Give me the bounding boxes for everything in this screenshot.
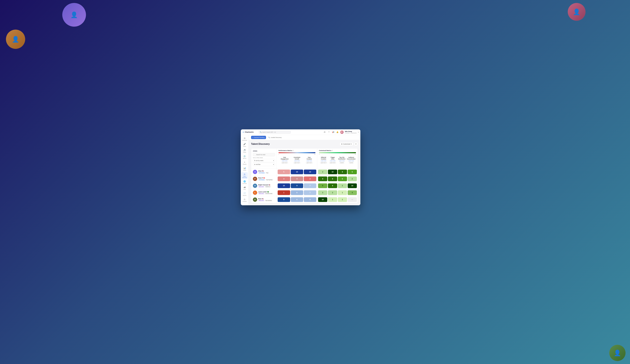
metric-col-editorial-curation: EditorialCuration Learn more Last 3 mo ▾	[319, 156, 328, 165]
audience-concentration-learn[interactable]: Learn more	[347, 160, 356, 161]
megaphone-icon[interactable]: 📢	[332, 131, 334, 134]
performance-metrics-title: Performance Metrics ℹ	[278, 150, 316, 151]
sidebar-item-artists[interactable]: 🎤 Artists	[242, 142, 248, 148]
editorial-curation-learn[interactable]: Learn more	[320, 160, 328, 161]
tracks-icon: 🎵	[244, 149, 246, 152]
page-title: Talent Discovery	[251, 143, 270, 145]
sidebar-item-compare[interactable]: ⚖ Compare	[242, 197, 248, 203]
performance-metrics-header: Performance Metrics ℹ 1 10	[277, 148, 317, 168]
trigger-cities-period[interactable]: Last 3 mo ▾	[329, 162, 336, 164]
contextual-score-badge: 1	[328, 197, 337, 202]
contextual-metric-columns: EditorialCuration Learn more Last 3 mo ▾…	[319, 156, 356, 165]
performance-score-badge: 5	[278, 170, 290, 174]
topbar: ≋ Chartmetric 🔍 Quick Search (⌘ + K) AI …	[241, 129, 360, 135]
sidebar: ⊞ Dashboard 🎤 Artists 🎵 Tracks 💿 Albums …	[241, 135, 248, 205]
bell-icon[interactable]: 🔔	[336, 131, 339, 134]
contextual-scores-cell: 2214	[317, 189, 358, 196]
contextual-score-badge: 1	[338, 190, 347, 195]
performance-score-badge: 6	[291, 190, 303, 195]
artist-info: Laura Lavieri 🇧🇷 Mid-LevelBrazilian Indi…	[258, 191, 273, 194]
user-subtitle: Premium • Chartmetric	[345, 132, 357, 134]
user-engagement-learn[interactable]: Learn more	[279, 160, 290, 161]
contextual-bar-labels: 1 10	[319, 154, 356, 155]
contextual-info-icon[interactable]: ℹ	[332, 150, 333, 151]
countries-icon: 🌐	[244, 180, 246, 182]
stacked-ranking-icon: ≡	[252, 137, 253, 138]
customize-button[interactable]: ⊞ Customized ▾	[340, 142, 354, 146]
artist-search-input[interactable]	[253, 153, 275, 156]
cities-icon: 🏙	[244, 186, 246, 188]
contextual-score-badge: 2	[328, 190, 337, 195]
tab-guided-discovery[interactable]: 🔍 Guided Discovery	[267, 136, 283, 139]
artist-tag: Hip-Hop/Rap	[265, 200, 272, 201]
global-search[interactable]: 🔍 Quick Search (⌘ + K)	[259, 130, 291, 134]
add-filter-button[interactable]: ⊕ Add filter ▾	[253, 163, 275, 166]
audience-concentration-period: Current	[349, 162, 354, 164]
sort-by-metric-button[interactable]: ⇅ Sort by metric ▾	[253, 159, 275, 162]
artist-info: Peso P 🇨🇦 DevelopingHip-Hop/Rap	[258, 177, 273, 181]
performance-score-badge: 7	[304, 183, 316, 188]
contextual-bar	[319, 152, 356, 153]
export-button[interactable]: ⬇	[354, 142, 358, 146]
user-curation-label: UserCuration	[304, 157, 315, 160]
customize-chevron-icon: ▾	[351, 143, 352, 145]
artist-tags: Mid-LevelR&B/Soul	[258, 186, 271, 187]
artist-avatar: L	[253, 190, 257, 195]
contextual-score-badge: 5	[318, 183, 327, 188]
sidebar-item-talent-discovery[interactable]: ◎ Talent Discovery	[242, 172, 248, 179]
artist-name: Ralph Tresvant 🇺🇸	[258, 184, 271, 186]
ai-icon[interactable]: AI	[323, 131, 326, 134]
dashboard-icon: ⊞	[244, 137, 246, 139]
user-engagement-period[interactable]: Last 3 mo ▾	[281, 162, 288, 164]
performance-score-badge: 6	[304, 197, 316, 202]
artist-cell: R Rezo 🇺🇸 Mid-LevelHip-Hop/Rap	[251, 196, 277, 203]
artist-avatar: R	[253, 183, 257, 188]
sidebar-item-albums[interactable]: 💿 Albums	[242, 154, 248, 160]
sidebar-item-countries[interactable]: 🌐 Countries	[242, 179, 248, 185]
artist-search-wrap: 🔍	[253, 153, 275, 156]
help-icon[interactable]: ?	[328, 131, 330, 134]
trigger-cities-learn[interactable]: Learn more	[328, 160, 337, 161]
tab-guided-label: Guided Discovery	[271, 137, 282, 138]
user-name: Mike Zhang	[345, 131, 357, 132]
audience-concentration-label: AudienceConcentration	[347, 157, 356, 160]
contextual-score-badge: 6	[348, 170, 357, 174]
contextual-scores-cell: 58210	[317, 182, 358, 189]
user-info: Mike Zhang Premium • Chartmetric	[345, 131, 357, 134]
artist-flag: 🇺🇸	[262, 170, 264, 172]
table-header: Artists 🔍 Sort or Filter Artists ⇅ S	[251, 148, 358, 168]
top-city-distribution-learn[interactable]: Learn more	[338, 160, 346, 161]
editorial-curation-period[interactable]: Last 3 mo ▾	[320, 162, 327, 164]
artist-tag: Mid-Level	[258, 193, 264, 194]
performance-scores-cell: 342	[277, 176, 317, 182]
guided-discovery-icon: 🔍	[268, 137, 270, 138]
performance-score-badge: 2	[304, 177, 316, 181]
performance-score-badge: 10	[304, 170, 316, 174]
consistent-growth-period[interactable]: Last 3 mo ▾	[294, 162, 300, 164]
contextual-score-badge: 8	[328, 183, 337, 188]
artist-tag: Brazilian Indie	[265, 193, 273, 194]
artists-icon: 🎤	[244, 143, 246, 145]
sidebar-item-tracks[interactable]: 🎵 Tracks	[242, 148, 248, 154]
editorial-curation-label: EditorialCuration	[320, 157, 328, 160]
top-city-distribution-label: Top CityDistribution	[338, 157, 346, 160]
page-content: Talent Discovery ⊞ Customized ▾ ⬇	[248, 140, 360, 205]
tab-stacked-ranking[interactable]: ≡ Stacked Ranking	[251, 136, 266, 139]
performance-info-icon[interactable]: ℹ	[293, 150, 294, 151]
sidebar-item-reports[interactable]: 📄 Reports	[242, 191, 248, 197]
sidebar-item-charts[interactable]: 📊 Charts	[242, 166, 248, 172]
contextual-score-badge: 2	[318, 170, 327, 174]
user-curation-learn[interactable]: Learn more	[304, 160, 315, 161]
consistent-growth-learn[interactable]: Learn more	[291, 160, 303, 161]
user-chevron-icon[interactable]: ▾	[358, 131, 358, 133]
sidebar-item-playlists[interactable]: ≡ Playlists	[242, 160, 248, 166]
performance-score-badge: 3	[278, 177, 290, 181]
sidebar-item-cities[interactable]: 🏙 Cities	[242, 185, 248, 191]
user-curation-period[interactable]: Last 3 mo ▾	[306, 162, 313, 164]
consistent-growth-label: ConsistentGrowth	[291, 157, 303, 160]
topbar-actions: AI ? 📢 🔔 MZ Mike Zhang Premium • Chartme…	[323, 130, 359, 134]
sidebar-item-dashboard[interactable]: ⊞ Dashboard	[242, 136, 248, 142]
performance-scores-cell: 1097	[277, 182, 317, 189]
metric-col-user-curation: UserCuration Learn more Last 3 mo ▾	[303, 156, 316, 165]
artist-tag: Pop	[266, 172, 269, 174]
